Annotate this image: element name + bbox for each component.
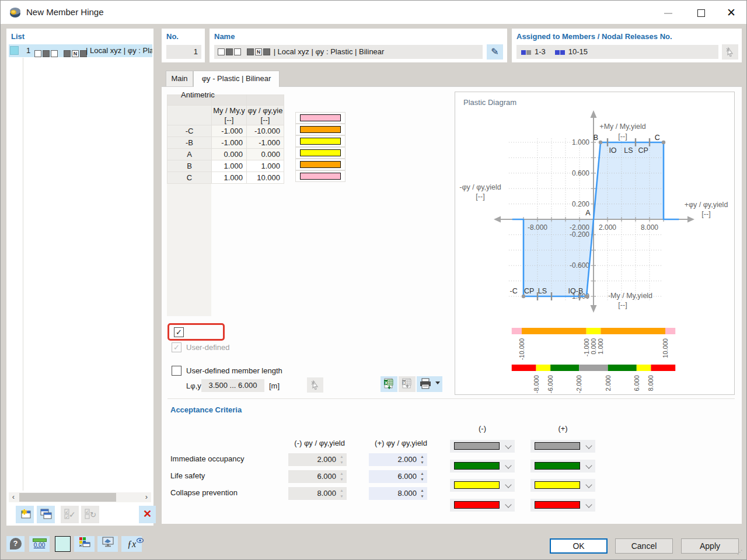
color-select-dropdown[interactable]: [530, 479, 595, 492]
print-dropdown-arrow[interactable]: [435, 382, 440, 384]
excel-import-button[interactable]: X: [381, 376, 397, 392]
excel-export-button[interactable]: X: [399, 376, 416, 392]
pencil-icon: ✎: [491, 47, 498, 57]
pos-value-field[interactable]: 8.000▲▼: [369, 487, 427, 500]
display-properties-button[interactable]: [74, 536, 95, 552]
assigned-field[interactable]: 1-310-15: [516, 45, 718, 59]
minimize-button[interactable]: [655, 5, 681, 20]
color-select-dropdown[interactable]: [530, 460, 595, 473]
name-panel: Name N | Local xyz | φy : Plastic | Bili…: [210, 29, 507, 62]
list-horizontal-scrollbar[interactable]: ‹ ›: [9, 492, 151, 502]
check-all-icon: ✓ ✓ ✓: [64, 508, 76, 520]
color-swatch: [300, 114, 341, 121]
color-select-dropdown[interactable]: [450, 499, 515, 512]
print-button[interactable]: [417, 376, 442, 392]
help-button[interactable]: ?: [6, 536, 25, 552]
formula-visibility-button[interactable]: ƒx: [121, 536, 142, 552]
new-hinge-button[interactable]: ✱: [16, 506, 34, 523]
segment-color-cell: [295, 170, 345, 182]
renumber-button[interactable]: ✓ ↻: [81, 506, 99, 523]
svg-text:-1.000: -1.000: [583, 338, 590, 356]
close-button[interactable]: ✕: [718, 5, 744, 20]
svg-text:6.000: 6.000: [633, 375, 640, 391]
assigned-range: 1-3: [535, 47, 546, 56]
blue-member-legend-icon: [560, 50, 565, 55]
svg-text:-0.200: -0.200: [570, 230, 589, 239]
column-header: My / My,y[--]: [212, 106, 247, 125]
color-select-dropdown[interactable]: [530, 440, 595, 453]
pointer-icon: [725, 47, 735, 57]
scroll-right-arrow[interactable]: ›: [142, 492, 151, 502]
antimetric-checkbox[interactable]: ✓: [174, 327, 184, 337]
color-swatch: [535, 501, 580, 509]
apply-button[interactable]: Apply: [681, 538, 739, 554]
copy-windows-icon: [40, 508, 53, 520]
app-icon: [9, 6, 22, 19]
window-title: New Member Hinge: [26, 7, 104, 17]
svg-text:8.000: 8.000: [647, 375, 654, 391]
table-row[interactable]: -C-1.000-10.000: [167, 125, 284, 137]
select-all-button[interactable]: ✓ ✓ ✓: [61, 506, 79, 523]
ok-button[interactable]: OK: [550, 538, 608, 554]
spinner[interactable]: ▲▼: [418, 471, 426, 482]
copy-hinge-button[interactable]: [37, 506, 55, 523]
name-field-text: | Local xyz | φy : Plastic | Bilinear: [274, 47, 385, 56]
length-phi-field[interactable]: 3.500 ... 6.000: [201, 379, 264, 392]
scroll-left-arrow[interactable]: ‹: [9, 492, 18, 502]
color-select-dropdown[interactable]: [450, 479, 515, 492]
pick-length-button[interactable]: [307, 377, 323, 393]
table-row[interactable]: B1.0001.000: [167, 160, 284, 172]
tab-phiy-plastic-bilinear[interactable]: φy - Plastic | Bilinear: [193, 71, 280, 87]
svg-text:[--]: [--]: [476, 192, 484, 201]
spinner[interactable]: ▲▼: [418, 454, 426, 466]
svg-text:X: X: [403, 380, 406, 386]
table-row[interactable]: C1.00010.000: [167, 172, 284, 184]
svg-text:IO-B: IO-B: [568, 287, 584, 295]
screen-capture-button[interactable]: [97, 536, 118, 552]
spinner: ▲▼: [338, 471, 345, 482]
blue-member-legend-icon: [521, 50, 526, 55]
units-settings-button[interactable]: 0,00: [29, 536, 50, 552]
svg-text:CP: CP: [638, 146, 648, 155]
table-row[interactable]: -B-1.000-1.000: [167, 137, 284, 149]
chevron-down-icon: [585, 442, 592, 449]
length-unit-label: [m]: [269, 382, 280, 390]
color-swatch-button[interactable]: [55, 536, 71, 552]
cancel-button[interactable]: Cancel: [615, 538, 673, 554]
svg-text:C: C: [655, 134, 660, 142]
list-item[interactable]: 1 N | Local xyz | φy : Plast: [9, 44, 152, 57]
pos-value-field[interactable]: 2.000▲▼: [369, 453, 427, 466]
pick-members-button[interactable]: [722, 44, 738, 60]
maximize-button[interactable]: [688, 5, 714, 20]
edit-name-button[interactable]: ✎: [487, 44, 503, 60]
tab-main[interactable]: Main: [166, 71, 193, 86]
units-icon-text: 0,00: [29, 542, 50, 549]
table-row[interactable]: A0.0000.000: [167, 149, 284, 160]
color-select-dropdown[interactable]: [530, 499, 595, 512]
title-bar: New Member Hinge ✕: [1, 1, 746, 24]
square-filled-icon: [263, 48, 270, 55]
color-select-dropdown[interactable]: [450, 440, 515, 453]
color-swatch: [454, 481, 500, 489]
scrollbar-thumb[interactable]: [19, 493, 116, 502]
pos-value-field[interactable]: 6.000▲▼: [369, 470, 427, 483]
svg-text:-8.000: -8.000: [533, 375, 540, 393]
reset-selection-icon: ✓ ↻: [84, 508, 97, 520]
svg-text:-φy / φy,yield: -φy / φy,yield: [459, 183, 501, 191]
resize-grip[interactable]: ⋰: [737, 551, 744, 558]
svg-text:↻: ↻: [90, 510, 96, 519]
chevron-down-icon: [585, 501, 592, 508]
hinge-definition-table[interactable]: My / My,y[--]φy / φy,yie[--]-C-1.000-10.…: [167, 94, 284, 184]
user-defined-checkbox[interactable]: ✓: [172, 342, 181, 352]
color-swatch: [300, 173, 341, 180]
no-field[interactable]: 1: [166, 45, 201, 59]
delete-hinge-button[interactable]: ✕: [139, 506, 156, 523]
chevron-down-icon: [505, 501, 511, 508]
user-defined-member-length-checkbox[interactable]: [172, 366, 181, 376]
svg-text:-10.000: -10.000: [518, 338, 525, 360]
color-select-dropdown[interactable]: [450, 460, 515, 473]
spinner[interactable]: ▲▼: [418, 488, 426, 499]
color-swatch: [535, 462, 580, 470]
svg-text:IO: IO: [609, 146, 616, 155]
name-field[interactable]: N | Local xyz | φy : Plastic | Bilinear: [214, 45, 483, 59]
